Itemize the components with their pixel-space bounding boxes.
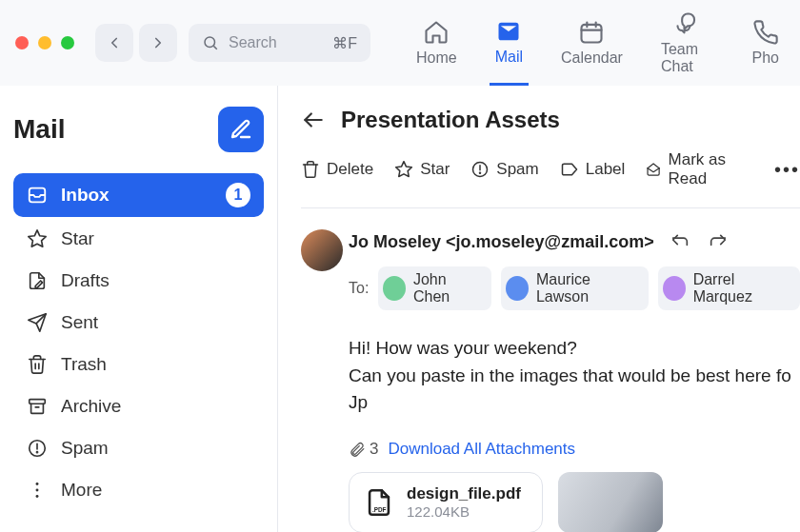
- svg-point-13: [36, 452, 37, 453]
- reply-button[interactable]: [670, 229, 690, 255]
- label-icon: [560, 160, 579, 179]
- recipient-chip[interactable]: John Chen: [378, 266, 491, 310]
- toolbar-label: Mark as Read: [669, 150, 750, 188]
- paperclip-icon: [349, 441, 366, 458]
- search-icon: [202, 34, 219, 51]
- toolbar-label: Label: [586, 160, 626, 179]
- forward-button[interactable]: [139, 24, 177, 62]
- back-to-list-button[interactable]: [301, 108, 326, 132]
- folder-inbox[interactable]: Inbox 1: [13, 173, 264, 217]
- avatar: [383, 276, 406, 301]
- search-input[interactable]: Search ⌘F: [189, 24, 370, 62]
- close-window-button[interactable]: [15, 36, 29, 49]
- inbox-icon: [27, 185, 48, 206]
- forward-icon: [708, 229, 729, 250]
- tab-phone[interactable]: Pho: [747, 0, 785, 86]
- toolbar-label: Spam: [496, 160, 538, 179]
- star-button[interactable]: Star: [394, 160, 450, 179]
- mail-icon: [495, 18, 522, 45]
- topbar: Search ⌘F Home Mail Calendar Team Chat P…: [0, 0, 800, 86]
- message-toolbar: Delete Star Spam Label Mark as Read •••: [301, 150, 800, 188]
- archive-icon: [27, 396, 48, 417]
- recipient-name: Maurice Lawson: [536, 271, 637, 305]
- folder-label: More: [61, 480, 250, 501]
- mail-open-icon: [646, 160, 661, 179]
- sender-avatar[interactable]: [301, 229, 343, 271]
- svg-line-1: [213, 46, 216, 49]
- folder-star[interactable]: Star: [13, 219, 264, 259]
- sent-icon: [27, 312, 48, 333]
- message-subject: Presentation Assets: [341, 107, 560, 133]
- attachment-count: 3: [349, 440, 378, 459]
- recipient-chip[interactable]: Darrel Marquez: [658, 266, 800, 310]
- folder-drafts[interactable]: Drafts: [13, 261, 264, 301]
- svg-point-14: [36, 483, 39, 485]
- reply-icon: [670, 229, 690, 250]
- svg-point-16: [36, 495, 39, 498]
- file-name: design_file.pdf: [407, 484, 521, 503]
- svg-text:.PDF: .PDF: [372, 505, 387, 512]
- tab-label: Calendar: [561, 49, 623, 67]
- avatar: [506, 276, 529, 301]
- folder-label: Trash: [61, 354, 250, 375]
- drafts-icon: [27, 270, 48, 291]
- arrow-left-icon: [301, 108, 326, 132]
- file-size: 122.04KB: [407, 503, 521, 520]
- maximize-window-button[interactable]: [61, 36, 74, 49]
- tab-calendar[interactable]: Calendar: [555, 0, 629, 86]
- svg-rect-2: [582, 25, 602, 43]
- history-nav: [95, 24, 177, 62]
- tab-team-chat[interactable]: Team Chat: [655, 0, 720, 86]
- folder-spam[interactable]: Spam: [13, 428, 264, 468]
- trash-icon: [301, 160, 320, 179]
- message-text: Hi! How was your weekend? Can you paste …: [349, 335, 800, 417]
- svg-point-21: [480, 172, 481, 173]
- svg-point-0: [205, 37, 215, 48]
- to-label: To:: [349, 280, 369, 297]
- sidebar-title: Mail: [13, 114, 65, 145]
- recipient-chip[interactable]: Maurice Lawson: [501, 266, 649, 310]
- star-icon: [394, 160, 413, 179]
- tab-label: Pho: [752, 49, 779, 67]
- attachment-thumbnail[interactable]: [558, 472, 663, 533]
- home-icon: [423, 19, 450, 46]
- folder-trash[interactable]: Trash: [13, 345, 264, 384]
- calendar-icon: [578, 19, 605, 46]
- message-body: Jo Moseley <jo.moseley@zmail.com> To: Jo…: [301, 229, 800, 532]
- spam-icon: [470, 160, 490, 179]
- folder-sent[interactable]: Sent: [13, 303, 264, 343]
- search-shortcut: ⌘F: [332, 34, 357, 52]
- minimize-window-button[interactable]: [38, 36, 51, 49]
- folder-label: Drafts: [61, 270, 250, 291]
- download-all-link[interactable]: Download All Attachments: [388, 440, 575, 459]
- folder-label: Star: [61, 228, 250, 249]
- svg-rect-9: [30, 400, 46, 404]
- compose-button[interactable]: [218, 107, 264, 152]
- label-button[interactable]: Label: [560, 160, 626, 179]
- more-actions-button[interactable]: •••: [774, 159, 800, 181]
- phone-icon: [752, 19, 779, 46]
- mark-read-button[interactable]: Mark as Read: [646, 150, 750, 188]
- recipient-name: Darrel Marquez: [693, 271, 789, 305]
- attachment-count-value: 3: [370, 440, 378, 459]
- forward-button[interactable]: [708, 229, 729, 255]
- svg-marker-18: [396, 162, 412, 177]
- folder-more[interactable]: More: [13, 470, 264, 510]
- app-tabs: Home Mail Calendar Team Chat Pho: [410, 0, 785, 86]
- pdf-file-icon: .PDF: [363, 486, 395, 519]
- star-icon: [27, 228, 48, 249]
- spam-button[interactable]: Spam: [470, 160, 538, 179]
- tab-mail[interactable]: Mail: [490, 0, 529, 86]
- tab-label: Team Chat: [661, 41, 714, 75]
- folder-archive[interactable]: Archive: [13, 386, 264, 426]
- delete-button[interactable]: Delete: [301, 160, 373, 179]
- chat-icon: [674, 10, 701, 37]
- avatar: [663, 276, 686, 301]
- text-line: Hi! How was your weekend?: [349, 335, 800, 363]
- back-button[interactable]: [95, 24, 133, 62]
- attachment-file[interactable]: .PDF design_file.pdf 122.04KB: [349, 472, 543, 533]
- text-line: Jp: [349, 389, 800, 417]
- tab-home[interactable]: Home: [410, 0, 463, 86]
- trash-icon: [27, 354, 48, 375]
- tab-label: Home: [416, 49, 457, 67]
